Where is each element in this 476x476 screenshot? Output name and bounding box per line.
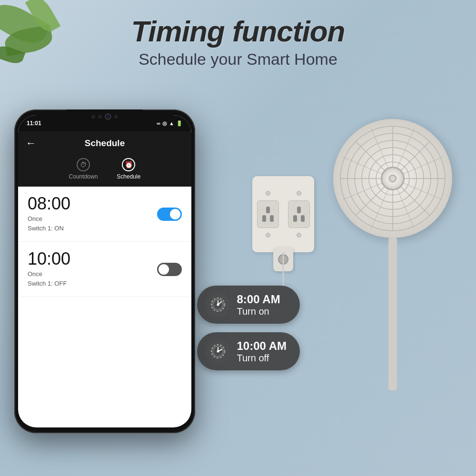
tab-countdown[interactable]: ⏱ Countdown	[69, 158, 98, 180]
phone-camera-area	[91, 113, 118, 120]
outlet-socket-right	[288, 200, 310, 228]
badge-text-on: 8:00 AM Turn on	[237, 293, 280, 317]
phone-screen: 11:01 ∞ ◎ ▲ 🔋 ← Schedule ⏱ Countdown	[18, 115, 191, 427]
phone-mockup: 11:01 ∞ ◎ ▲ 🔋 ← Schedule ⏱ Countdown	[14, 109, 195, 433]
toggle-knob-2	[159, 264, 169, 275]
outlet-socket-left	[257, 200, 279, 228]
phone-speaker-dot	[91, 115, 95, 119]
outlet-left	[257, 191, 279, 238]
phone-sensor-dot	[114, 115, 118, 119]
schedule-list: 08:00 Once Switch 1: ON 10:00	[18, 187, 191, 297]
badge-time-on: 8:00 AM	[237, 293, 280, 306]
outlet-screw-tl	[266, 191, 270, 196]
outlet-hole-l1	[262, 215, 266, 222]
status-notify-icon: ◎	[162, 120, 167, 127]
phone-speaker-dot2	[98, 115, 102, 119]
outlet-screw-bl	[266, 233, 270, 238]
schedule-tab-icon: ⏰	[122, 158, 135, 171]
outlet-screw-br	[297, 233, 301, 238]
badge-turn-off: 10:00 AM Turn off	[197, 332, 300, 370]
outlet-hole-ground-r	[297, 207, 301, 213]
outlet-hole-l2	[270, 215, 274, 222]
power-cord	[283, 252, 284, 290]
phone-camera	[105, 113, 111, 120]
schedule-item-2-info: 10:00 Once Switch 1: OFF	[28, 250, 70, 288]
outlet-holes-row-right	[293, 215, 305, 222]
badge-turn-on: 8:00 AM Turn on	[197, 286, 300, 324]
badge-icon-off	[206, 339, 230, 364]
schedule-time-2: 10:00	[28, 250, 70, 268]
schedule-tab-label: Schedule	[117, 173, 140, 180]
schedule-detail-2: Once Switch 1: OFF	[28, 269, 70, 288]
svg-point-19	[217, 304, 219, 306]
outlet-hole-r2	[301, 215, 305, 222]
outlet-panel	[252, 176, 314, 252]
schedule-item-1-info: 08:00 Once Switch 1: ON	[28, 195, 70, 233]
outlet-holes-row-left	[262, 215, 274, 222]
outlet-right	[288, 191, 310, 238]
status-signal-icon: ▲	[169, 120, 174, 126]
schedule-badges: 8:00 AM Turn on 10:00 AM Turn off	[197, 286, 300, 370]
fan-area	[324, 119, 462, 238]
outlet-area	[252, 176, 314, 252]
fan-pole	[388, 238, 397, 390]
schedule-time-1: 08:00	[28, 195, 70, 212]
toggle-knob-1	[170, 209, 180, 219]
fan-center-dot	[389, 175, 397, 182]
tab-schedule[interactable]: ⏰ Schedule	[117, 158, 140, 180]
tabs-row: ⏱ Countdown ⏰ Schedule	[18, 153, 191, 187]
outlet-hole-r1	[293, 215, 297, 222]
schedule-header: ← Schedule	[18, 131, 191, 153]
status-icons: ∞ ◎ ▲ 🔋	[157, 120, 183, 127]
back-button[interactable]: ←	[26, 137, 36, 149]
countdown-tab-icon: ⏱	[77, 158, 90, 171]
schedule-detail-1: Once Switch 1: ON	[28, 214, 70, 233]
badge-icon-on	[206, 292, 230, 317]
outlet-hole-ground	[266, 207, 270, 213]
main-subtitle: Schedule your Smart Home	[0, 50, 476, 69]
schedule-screen-title: Schedule	[26, 138, 184, 149]
badge-action-off: Turn off	[237, 353, 287, 364]
fan-center-hub	[381, 167, 405, 190]
status-wifi-icon: ∞	[157, 120, 160, 126]
toggle-1[interactable]	[157, 208, 182, 221]
schedule-item-2: 10:00 Once Switch 1: OFF	[18, 242, 191, 297]
badge-action-on: Turn on	[237, 306, 280, 317]
schedule-item-1: 08:00 Once Switch 1: ON	[18, 187, 191, 242]
badge-text-off: 10:00 AM Turn off	[237, 339, 287, 364]
toggle-2[interactable]	[157, 263, 182, 276]
timer-icon-on	[209, 296, 227, 313]
status-battery-icon: 🔋	[176, 120, 183, 127]
page-header: Timing function Schedule your Smart Home	[0, 14, 476, 69]
svg-point-24	[217, 350, 219, 353]
outlet-screw-tr	[297, 191, 301, 196]
countdown-tab-label: Countdown	[69, 173, 98, 180]
timer-icon-off	[209, 343, 227, 360]
main-title: Timing function	[0, 14, 476, 48]
status-time: 11:01	[27, 120, 41, 127]
badge-time-off: 10:00 AM	[237, 339, 287, 353]
phone-outer-shell: 11:01 ∞ ◎ ▲ 🔋 ← Schedule ⏱ Countdown	[14, 109, 195, 433]
fan-head	[333, 119, 452, 238]
